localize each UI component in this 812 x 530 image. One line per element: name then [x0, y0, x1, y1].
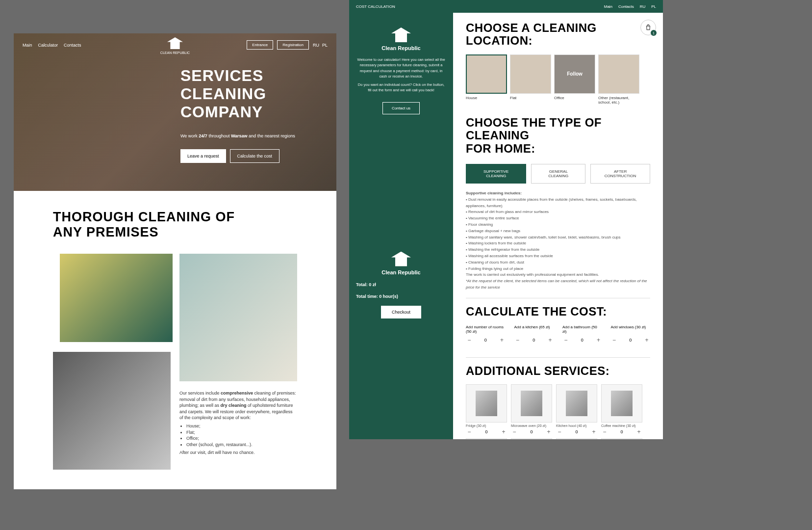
- tab-after-construction[interactable]: AFTER CONSTRUCTION: [590, 164, 650, 184]
- entrance-button[interactable]: Entrance: [247, 40, 273, 50]
- service-image[interactable]: [466, 438, 507, 439]
- type-heading: CHOOSE THE TYPE OF CLEANING FOR HOME:: [466, 116, 650, 155]
- counter-label: Add a kitchen (65 zł): [514, 325, 554, 335]
- location-label: Flat: [510, 96, 551, 100]
- nav-calculator[interactable]: Calculator: [38, 43, 58, 48]
- increment-button[interactable]: +: [547, 337, 554, 344]
- list-item: Other (school, gym, restaurant...).: [186, 442, 297, 448]
- increment-button[interactable]: +: [595, 337, 602, 344]
- topbar-contacts[interactable]: Contacts: [618, 4, 634, 9]
- counter-value: 0: [581, 338, 584, 343]
- location-label: Office: [554, 96, 595, 100]
- decrement-button[interactable]: −: [601, 428, 608, 435]
- counter: Add windows (30 zł)−0+: [611, 325, 651, 344]
- lang-pl[interactable]: PL: [322, 43, 328, 48]
- cart-count-badge: 1: [651, 30, 657, 36]
- service-image[interactable]: [556, 384, 597, 423]
- nav-main[interactable]: Main: [23, 43, 32, 48]
- location-option[interactable]: Other (restaurant, school, etc.): [598, 54, 639, 105]
- house-icon: [391, 27, 411, 42]
- hero-subtitle: We work 24/7 throughout Warsaw and the n…: [180, 133, 295, 138]
- decrement-button[interactable]: −: [514, 337, 521, 344]
- topbar: COST CALCULATION Main Contacts RU PL: [349, 0, 663, 13]
- topbar-main[interactable]: Main: [604, 4, 612, 9]
- service-image[interactable]: [511, 384, 552, 423]
- service-value: 0: [530, 429, 533, 434]
- service-image[interactable]: [601, 438, 642, 439]
- section-title: THOROUGH CLEANING OF ANY PREMISES: [53, 210, 297, 240]
- service-item: Coffee machine (30 zł)−0+: [601, 384, 642, 435]
- cleaning-image-2: [179, 254, 297, 381]
- decrement-button[interactable]: −: [466, 337, 473, 344]
- list-item: Flat;: [186, 429, 297, 436]
- service-label: Coffee machine (30 zł): [601, 424, 642, 427]
- service-item: Microwave oven (20 zł)−0+: [511, 384, 552, 435]
- increment-button[interactable]: +: [545, 428, 552, 435]
- increment-button[interactable]: +: [498, 337, 505, 344]
- service-item: Kitchen hood (40 zł)−0+: [556, 384, 597, 435]
- increment-button[interactable]: +: [635, 428, 642, 435]
- checkout-button[interactable]: Checkout: [381, 306, 421, 318]
- counter: Add number of rooms (50 zł)−0+: [466, 325, 506, 344]
- service-label: Fridge (30 zł): [466, 424, 507, 427]
- sidebar-welcome2: Do you want an individual count? Click o…: [356, 82, 446, 93]
- counter-label: Add a bathroom (50 zł): [562, 325, 602, 335]
- total-time: Total time: 0 hour(s): [356, 294, 446, 299]
- service-image[interactable]: [466, 384, 507, 423]
- services-heading: ADDITIONAL SERVICES:: [466, 365, 650, 377]
- calculate-cost-button[interactable]: Calculate the cost: [230, 149, 280, 163]
- location-label: Other (restaurant, school, etc.): [598, 96, 639, 105]
- registration-button[interactable]: Registration: [277, 40, 309, 50]
- sidebar-brand-2: Clean Republic: [356, 269, 446, 275]
- landing-page: Main Calculator Contacts CLEAN REPUBLIC …: [14, 33, 336, 489]
- location-label: House: [466, 96, 507, 100]
- sidebar-welcome: Welcome to our calculator! Here you can …: [356, 57, 446, 79]
- service-value: 0: [620, 429, 623, 434]
- decrement-button[interactable]: −: [611, 337, 618, 344]
- increment-button[interactable]: +: [500, 428, 507, 435]
- cleaning-image-3: [53, 352, 171, 470]
- decrement-button[interactable]: −: [511, 428, 518, 435]
- cleaning-description: Supportive cleaning includes: • Dust rem…: [466, 190, 650, 291]
- hero-title: SERVICES CLEANING COMPANY: [180, 67, 295, 121]
- counter-label: Add number of rooms (50 zł): [466, 325, 506, 335]
- location-option[interactable]: Flat: [510, 54, 551, 105]
- increment-button[interactable]: +: [643, 337, 650, 344]
- service-item: Fridge (30 zł)−0+: [466, 384, 507, 435]
- main-content: 1 CHOOSE A CLEANING LOCATION: HouseFlatO…: [453, 0, 663, 439]
- tab-supportive[interactable]: SUPPORTIVE CLEANING: [466, 164, 526, 184]
- lang-pl[interactable]: PL: [651, 4, 656, 9]
- lang-ru[interactable]: RU: [313, 43, 319, 48]
- decrement-button[interactable]: −: [466, 428, 473, 435]
- location-option[interactable]: Office: [554, 54, 595, 105]
- service-label: Microwave oven (20 zł): [511, 424, 552, 427]
- sidebar: Clean Republic Welcome to our calculator…: [349, 0, 453, 439]
- leave-request-button[interactable]: Leave a request: [180, 149, 226, 163]
- decrement-button[interactable]: −: [562, 337, 569, 344]
- lang-ru[interactable]: RU: [640, 4, 646, 9]
- counter-value: 0: [484, 338, 487, 343]
- service-image[interactable]: [601, 384, 642, 423]
- calculate-heading: CALCULATE THE COST:: [466, 305, 650, 318]
- tab-general[interactable]: GENERAL CLEANING: [531, 164, 585, 184]
- bag-icon: [645, 24, 652, 31]
- contact-us-button[interactable]: Contact us: [382, 102, 420, 114]
- counter: Add a bathroom (50 zł)−0+: [562, 325, 602, 344]
- cleaning-image-1: [60, 254, 173, 342]
- topbar-title: COST CALCULATION: [356, 4, 395, 9]
- service-image[interactable]: [511, 438, 552, 439]
- service-value: 0: [485, 429, 487, 434]
- nav-contacts[interactable]: Contacts: [64, 43, 81, 48]
- location-option[interactable]: House: [466, 54, 507, 105]
- cart-button[interactable]: 1: [640, 20, 656, 35]
- service-image[interactable]: [556, 438, 597, 439]
- counter-value: 0: [629, 338, 632, 343]
- service-value: 0: [575, 429, 578, 434]
- decrement-button[interactable]: −: [556, 428, 563, 435]
- list-item: House;: [186, 423, 297, 429]
- counter: Add a kitchen (65 zł)−0+: [514, 325, 554, 344]
- increment-button[interactable]: +: [590, 428, 597, 435]
- brand-logo: CLEAN REPUBLIC: [160, 37, 190, 54]
- house-icon: [391, 252, 411, 266]
- counter-label: Add windows (30 zł): [611, 325, 651, 335]
